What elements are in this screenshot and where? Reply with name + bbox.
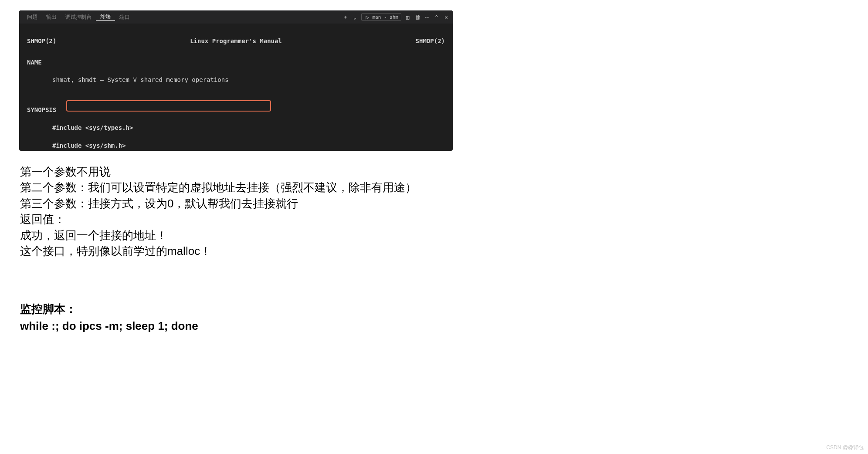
explanation-text: 第一个参数不用说 第二个参数：我们可以设置特定的虚拟地址去挂接（强烈不建议，除非… bbox=[20, 164, 417, 259]
terminal-name: man - shm bbox=[372, 14, 398, 20]
man-header-left: SHMOP(2) bbox=[27, 37, 56, 45]
tab-terminal[interactable]: 终端 bbox=[96, 13, 115, 21]
include-2: #include <sys/shm.h> bbox=[52, 141, 445, 150]
explain-line: 第一个参数不用说 bbox=[20, 164, 417, 180]
runner-icon: ▷ bbox=[364, 14, 370, 20]
script-section: 监控脚本： while :; do ipcs -m; sleep 1; done bbox=[20, 301, 198, 335]
explain-line: 成功，返回一个挂接的地址！ bbox=[20, 227, 417, 243]
man-header-right: SHMOP(2) bbox=[416, 37, 445, 45]
section-name: NAME bbox=[27, 58, 445, 67]
name-line: shmat, shmdt — System V shared memory op… bbox=[52, 75, 445, 84]
terminal-panel: 问题 输出 调试控制台 终端 端口 ＋ ⌄ ▷ man - shm ◫ 🗑 ⋯ … bbox=[19, 10, 453, 151]
explain-line: 第二个参数：我们可以设置特定的虚拟地址去挂接（强烈不建议，除非有用途） bbox=[20, 180, 417, 195]
explain-line: 返回值： bbox=[20, 211, 417, 227]
man-header-center: Linux Programmer's Manual bbox=[190, 37, 282, 45]
tab-problems[interactable]: 问题 bbox=[23, 14, 42, 21]
tab-output[interactable]: 输出 bbox=[42, 14, 61, 21]
man-header: SHMOP(2)Linux Programmer's ManualSHMOP(2… bbox=[27, 37, 445, 45]
terminal-content[interactable]: SHMOP(2)Linux Programmer's ManualSHMOP(2… bbox=[19, 24, 453, 151]
script-command: while :; do ipcs -m; sleep 1; done bbox=[20, 318, 198, 335]
new-terminal-icon[interactable]: ＋ bbox=[342, 14, 348, 20]
watermark: CSDN @@背包 bbox=[826, 444, 864, 451]
trash-icon[interactable]: 🗑 bbox=[414, 14, 420, 20]
include-1: #include <sys/types.h> bbox=[52, 123, 445, 132]
toolbar-right: ＋ ⌄ ▷ man - shm ◫ 🗑 ⋯ ⌃ ✕ bbox=[342, 13, 449, 21]
chevron-down-icon[interactable]: ⌄ bbox=[352, 14, 358, 20]
panel-tabs: 问题 输出 调试控制台 终端 端口 ＋ ⌄ ▷ man - shm ◫ 🗑 ⋯ … bbox=[19, 10, 453, 24]
script-title: 监控脚本： bbox=[20, 301, 198, 318]
explain-line: 这个接口，特别像以前学过的malloc！ bbox=[20, 243, 417, 259]
close-icon[interactable]: ✕ bbox=[443, 14, 449, 20]
tab-debug-console[interactable]: 调试控制台 bbox=[61, 14, 96, 21]
explain-line: 第三个参数：挂接方式，设为0，默认帮我们去挂接就行 bbox=[20, 196, 417, 211]
tab-ports[interactable]: 端口 bbox=[115, 14, 134, 21]
chevron-up-icon[interactable]: ⌃ bbox=[434, 14, 440, 20]
section-synopsis: SYNOPSIS bbox=[27, 105, 445, 114]
more-icon[interactable]: ⋯ bbox=[424, 14, 430, 20]
split-terminal-icon[interactable]: ◫ bbox=[405, 14, 411, 20]
terminal-name-pill[interactable]: ▷ man - shm bbox=[361, 13, 401, 21]
